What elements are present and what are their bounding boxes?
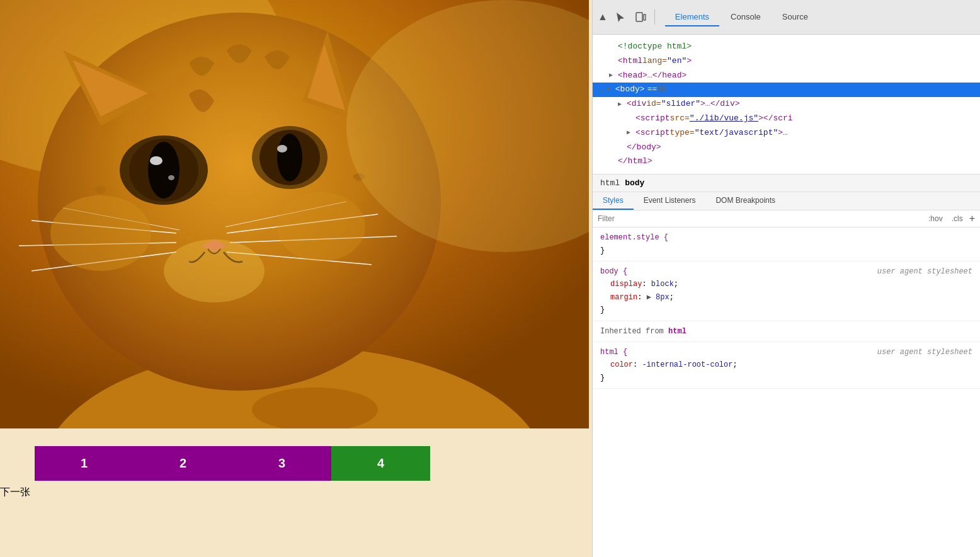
filter-input[interactable]: [598, 214, 921, 223]
tree-line-doctype[interactable]: <!doctype html>: [593, 40, 980, 54]
slide-btn-2[interactable]: 2: [134, 446, 232, 481]
tree-line-body-close[interactable]: </body>: [593, 141, 980, 155]
tree-arrow-main-script[interactable]: ▶: [627, 128, 635, 138]
browser-viewport: 1 2 3 4 下一张: [0, 0, 592, 557]
style-tab-event-listeners[interactable]: Event Listeners: [634, 192, 706, 210]
body-dollar: $0: [657, 83, 667, 96]
tree-line-html[interactable]: <html lang="en">: [593, 54, 980, 69]
filter-bar: :hov .cls +: [593, 210, 980, 227]
filter-plus[interactable]: +: [969, 213, 975, 224]
head-tag: <head>: [618, 69, 647, 83]
css-html-props: color: -internal-root-color;: [600, 359, 972, 371]
devtools-breadcrumb: html body: [593, 175, 980, 192]
css-inherited-label: Inherited from html: [600, 325, 972, 338]
tree-line-slider-div[interactable]: ▶ <div id="slider">…</div>: [593, 97, 980, 112]
html-lang-value: "en": [667, 55, 687, 68]
filter-actions: :hov .cls +: [926, 213, 975, 224]
slider-controls: 1 2 3 4: [35, 446, 592, 481]
tree-arrow-html: [609, 56, 618, 66]
css-element-style-close: }: [600, 244, 972, 257]
css-body-display: display: block;: [610, 278, 972, 290]
css-html-header: html { user agent stylesheet: [600, 346, 972, 359]
tree-line-head[interactable]: ▶ <head>…</head>: [593, 69, 980, 83]
css-body-selector: body {: [600, 265, 627, 278]
cursor-icon[interactable]: [612, 8, 629, 26]
tree-arrow-html-close: [609, 157, 618, 167]
tree-arrow-doctype: [609, 42, 618, 52]
svg-point-11: [277, 134, 302, 181]
styles-panel: Styles Event Listeners DOM Breakpoints :…: [593, 192, 980, 557]
style-tab-styles[interactable]: Styles: [593, 192, 634, 210]
css-rule-body: body { user agent stylesheet display: bl…: [593, 261, 980, 321]
slide-btn-1[interactable]: 1: [35, 446, 134, 481]
tree-line-html-close[interactable]: </html>: [593, 154, 980, 169]
devtools-tabs: Elements Console Source: [665, 8, 818, 26]
slide-btn-4[interactable]: 4: [331, 446, 430, 481]
svg-rect-28: [644, 14, 646, 20]
css-body-source: user agent stylesheet: [877, 265, 972, 278]
css-rule-html: html { user agent stylesheet color: -int…: [593, 342, 980, 389]
device-toolbar-icon[interactable]: [632, 8, 649, 26]
body-tag: <body>: [615, 83, 645, 96]
css-html-close: }: [600, 372, 972, 384]
css-inherited-from[interactable]: html: [668, 327, 687, 336]
next-button-container: 下一张: [0, 486, 592, 499]
tree-arrow-slider[interactable]: ▶: [618, 100, 627, 110]
next-button[interactable]: 下一张: [0, 486, 30, 499]
svg-point-12: [277, 145, 287, 152]
scroll-up-arrow[interactable]: ▲: [598, 11, 608, 23]
svg-rect-27: [636, 13, 642, 21]
filter-hov[interactable]: :hov: [926, 213, 945, 224]
tab-source[interactable]: Source: [772, 8, 818, 26]
svg-point-21: [164, 239, 265, 302]
tree-line-vue-script[interactable]: <script src="./lib/vue.js"></scri: [593, 112, 980, 126]
css-html-selector: html {: [600, 346, 627, 359]
css-body-header: body { user agent stylesheet: [600, 265, 972, 278]
html-open-tag: <html: [618, 55, 642, 68]
css-body-props: display: block; margin: ▶ 8px;: [600, 278, 972, 304]
css-inherited-section: Inherited from html: [593, 321, 980, 342]
slide-btn-3[interactable]: 3: [232, 446, 331, 481]
tab-console[interactable]: Console: [721, 8, 771, 26]
style-tab-dom-breakpoints[interactable]: DOM Breakpoints: [705, 192, 785, 210]
tab-elements[interactable]: Elements: [665, 8, 719, 26]
breadcrumb-body[interactable]: body: [625, 178, 644, 188]
svg-point-6: [148, 142, 179, 198]
css-html-source: user agent stylesheet: [877, 346, 972, 359]
cat-image-area: [0, 0, 589, 428]
svg-point-7: [150, 156, 162, 165]
tree-arrow-body-close: [618, 142, 627, 152]
css-body-margin: margin: ▶ 8px;: [610, 291, 972, 304]
svg-point-24: [50, 195, 151, 271]
css-html-color: color: -internal-root-color;: [610, 359, 972, 371]
style-tabs: Styles Event Listeners DOM Breakpoints: [593, 192, 980, 210]
tree-line-body[interactable]: … ▼ <body> == $0: [593, 83, 980, 97]
html-lang-attr: lang=: [642, 55, 667, 68]
tree-arrow-vue: [627, 113, 635, 123]
margin-expand-arrow[interactable]: ▶: [647, 293, 656, 302]
filter-cls[interactable]: .cls: [949, 213, 966, 224]
tree-arrow-head[interactable]: ▶: [609, 71, 618, 81]
breadcrumb-html[interactable]: html: [600, 178, 620, 188]
devtools-toolbar: ▲ Elements Console Source: [593, 0, 980, 35]
tree-arrow-body[interactable]: ▼: [607, 85, 615, 95]
tree-line-main-script[interactable]: ▶ <script type="text/javascript">…: [593, 126, 980, 141]
doctype-text: <!doctype html>: [618, 40, 692, 54]
devtools-panel: ▲ Elements Console Source <!doctype html…: [592, 0, 980, 557]
html-tree: <!doctype html> <html lang="en"> ▶ <head…: [593, 35, 980, 175]
svg-point-25: [277, 192, 365, 261]
toolbar-separator: [654, 9, 655, 25]
css-rule-element-style: element.style { }: [593, 227, 980, 261]
svg-point-8: [168, 175, 174, 180]
body-equals: ==: [647, 83, 658, 96]
css-element-style-selector: element.style {: [600, 231, 972, 244]
css-body-close: }: [600, 304, 972, 316]
cat-image-svg: [0, 0, 589, 428]
